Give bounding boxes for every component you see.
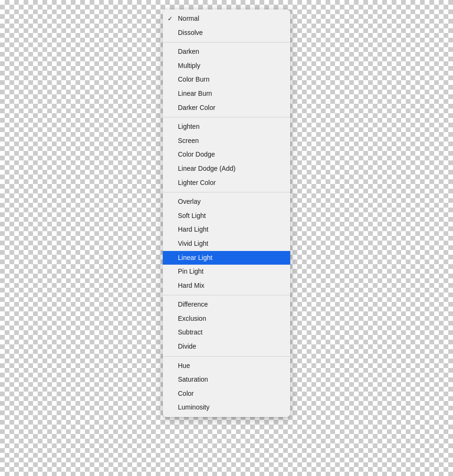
menu-group-group-lighten: LightenScreenColor DodgeLinear Dodge (Ad… <box>163 117 290 192</box>
menu-item-lighter-color[interactable]: Lighter Color <box>163 176 290 190</box>
menu-item-darken[interactable]: Darken <box>163 45 290 59</box>
menu-item-screen[interactable]: Screen <box>163 134 290 148</box>
menu-item-linear-dodge-add[interactable]: Linear Dodge (Add) <box>163 162 290 176</box>
menu-item-hard-mix[interactable]: Hard Mix <box>163 279 290 293</box>
menu-group-group-color: HueSaturationColorLuminosity <box>163 356 290 417</box>
menu-item-vivid-light[interactable]: Vivid Light <box>163 237 290 251</box>
menu-group-group-normal: NormalDissolve <box>163 9 290 42</box>
menu-item-hard-light[interactable]: Hard Light <box>163 223 290 237</box>
menu-item-dissolve[interactable]: Dissolve <box>163 26 290 40</box>
menu-item-subtract[interactable]: Subtract <box>163 326 290 340</box>
menu-item-lighten[interactable]: Lighten <box>163 120 290 134</box>
menu-item-darker-color[interactable]: Darker Color <box>163 101 290 115</box>
menu-item-linear-light[interactable]: Linear Light <box>163 251 290 265</box>
menu-item-pin-light[interactable]: Pin Light <box>163 265 290 279</box>
menu-item-color[interactable]: Color <box>163 387 290 401</box>
menu-group-group-overlay: OverlaySoft LightHard LightVivid LightLi… <box>163 192 290 295</box>
menu-group-group-difference: DifferenceExclusionSubtractDivide <box>163 295 290 356</box>
menu-item-divide[interactable]: Divide <box>163 340 290 354</box>
menu-item-luminosity[interactable]: Luminosity <box>163 401 290 415</box>
menu-item-soft-light[interactable]: Soft Light <box>163 209 290 223</box>
menu-item-color-dodge[interactable]: Color Dodge <box>163 148 290 162</box>
menu-item-multiply[interactable]: Multiply <box>163 59 290 73</box>
menu-item-normal[interactable]: Normal <box>163 12 290 26</box>
menu-group-group-darken: DarkenMultiplyColor BurnLinear BurnDarke… <box>163 42 290 117</box>
menu-item-saturation[interactable]: Saturation <box>163 373 290 387</box>
menu-item-exclusion[interactable]: Exclusion <box>163 312 290 326</box>
menu-item-difference[interactable]: Difference <box>163 298 290 312</box>
menu-item-linear-burn[interactable]: Linear Burn <box>163 87 290 101</box>
blend-mode-dropdown[interactable]: NormalDissolveDarkenMultiplyColor BurnLi… <box>163 9 290 417</box>
menu-item-hue[interactable]: Hue <box>163 359 290 373</box>
menu-item-color-burn[interactable]: Color Burn <box>163 73 290 87</box>
menu-item-overlay[interactable]: Overlay <box>163 195 290 209</box>
